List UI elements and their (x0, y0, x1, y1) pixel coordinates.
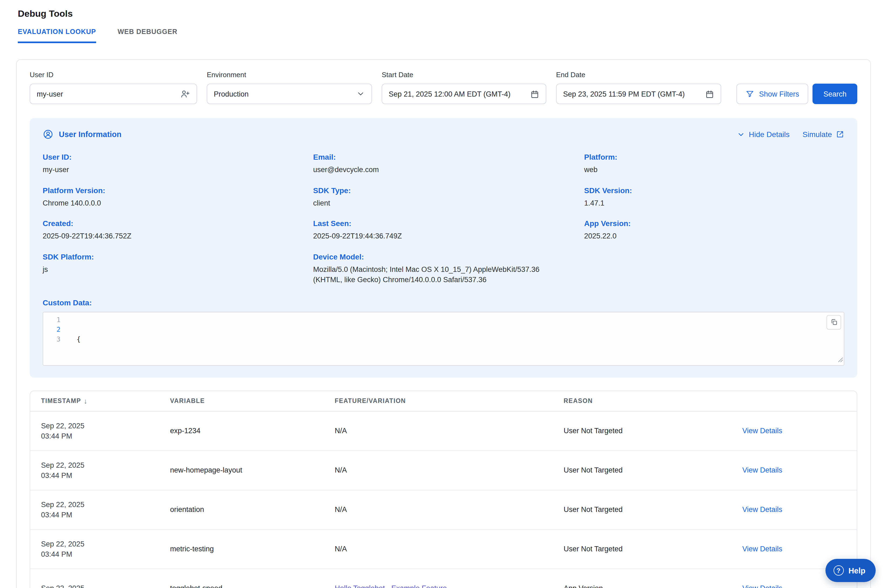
view-details-link[interactable]: View Details (742, 545, 782, 553)
line-number: 1 (43, 315, 60, 325)
code-line: { (77, 334, 155, 344)
user-info-field: Platform Version:Chrome 140.0.0.0 (43, 186, 313, 208)
variable-cell: orientation (159, 506, 324, 514)
user-info-field: Last Seen:2025-09-22T19:44:36.749Z (313, 219, 584, 242)
timestamp-cell: Sep 22, 2025 (30, 584, 159, 588)
table-row: Sep 22, 202503:44 PM exp-1234 N/A User N… (30, 412, 857, 451)
environment-select[interactable]: Production (207, 84, 372, 104)
code-lines: { "employee": true } (66, 312, 155, 365)
end-date-input[interactable]: Sep 23, 2025 11:59 PM EDT (GMT-4) (556, 84, 721, 104)
table-row: Sep 22, 202503:44 PM new-homepage-layout… (30, 451, 857, 490)
external-link-icon (836, 130, 844, 139)
end-date-field-group: End Date Sep 23, 2025 11:59 PM EDT (GMT-… (556, 70, 721, 104)
reason-cell: User Not Targeted (553, 545, 732, 553)
reason-cell: User Not Targeted (553, 506, 732, 514)
help-label: Help (848, 566, 865, 575)
code-line: "employee": true (77, 364, 155, 366)
help-question-icon: ? (833, 566, 843, 576)
feature-cell: N/A (324, 545, 553, 553)
feature-cell: N/A (324, 506, 553, 514)
evaluations-table: TIMESTAMP↓ VARIABLE FEATURE/VARIATION RE… (30, 390, 857, 588)
user-id-field-group: User ID (30, 70, 197, 104)
user-id-input[interactable] (37, 90, 176, 98)
calendar-icon[interactable] (530, 89, 539, 99)
environment-label: Environment (207, 70, 372, 79)
custom-data-editor[interactable]: 1 2 3 { "employee": true } (43, 312, 844, 366)
user-info-field: Platform:web (584, 153, 844, 175)
search-button[interactable]: Search (812, 84, 857, 104)
variable-cell: togglebot-speed (159, 585, 324, 588)
line-number: 3 (43, 334, 60, 344)
user-info-field: SDK Version:1.47.1 (584, 186, 844, 208)
custom-data-label: Custom Data: (43, 298, 844, 307)
user-info-field: App Version:2025.22.0 (584, 219, 844, 242)
feature-cell: N/A (324, 466, 553, 474)
simulate-link[interactable]: Simulate (803, 130, 844, 139)
reason-cell: User Not Targeted (553, 466, 732, 474)
user-id-input-wrap (30, 84, 197, 104)
feature-link[interactable]: Hello Togglebot - Example Feature (335, 585, 447, 588)
copy-button[interactable] (827, 315, 841, 330)
show-filters-button[interactable]: Show Filters (737, 84, 809, 104)
sort-desc-icon[interactable]: ↓ (84, 397, 88, 405)
start-date-field-group: Start Date Sep 21, 2025 12:00 AM EDT (GM… (382, 70, 546, 104)
table-header-row: TIMESTAMP↓ VARIABLE FEATURE/VARIATION RE… (30, 391, 857, 412)
line-number: 2 (43, 325, 60, 334)
help-button[interactable]: ? Help (825, 559, 876, 582)
user-info-field: User ID:my-user (43, 153, 313, 175)
table-row: Sep 22, 202503:44 PM metric-testing N/A … (30, 530, 857, 569)
environment-field-group: Environment Production (207, 70, 372, 104)
user-information-panel: User Information Hide Details Simulate (30, 118, 857, 378)
user-info-field: Email:user@devcycle.com (313, 153, 584, 175)
environment-value: Production (214, 90, 249, 98)
copy-icon (830, 318, 837, 326)
timestamp-cell: Sep 22, 202503:44 PM (30, 421, 159, 441)
user-info-field: SDK Platform:js (43, 252, 313, 285)
view-details-link[interactable]: View Details (742, 466, 782, 474)
column-header-reason: REASON (553, 398, 732, 404)
start-date-value: Sep 21, 2025 12:00 AM EDT (GMT-4) (389, 90, 510, 98)
end-date-label: End Date (556, 70, 721, 79)
show-filters-label: Show Filters (759, 90, 799, 98)
reason-cell: User Not Targeted (553, 427, 732, 435)
resize-handle[interactable] (838, 355, 843, 364)
tab-evaluation-lookup[interactable]: EVALUATION LOOKUP (18, 28, 96, 43)
feature-cell: N/A (324, 427, 553, 435)
hide-details-toggle[interactable]: Hide Details (737, 130, 789, 139)
view-details-link[interactable]: View Details (742, 427, 782, 435)
user-id-label: User ID (30, 70, 197, 79)
table-row: Sep 22, 2025 togglebot-speed Hello Toggl… (30, 569, 857, 588)
hide-details-label: Hide Details (749, 130, 789, 139)
reason-cell: App Version (553, 585, 732, 588)
user-info-fields: User ID:my-user Email:user@devcycle.com … (43, 153, 844, 285)
user-information-title: User Information (59, 130, 122, 139)
page-title: Debug Tools (18, 9, 869, 20)
timestamp-cell: Sep 22, 202503:44 PM (30, 539, 159, 560)
debug-tools-page: Debug Tools EVALUATION LOOKUP WEB DEBUGG… (0, 0, 887, 588)
person-add-icon[interactable] (180, 89, 190, 99)
user-circle-icon (43, 129, 53, 140)
tab-bar: EVALUATION LOOKUP WEB DEBUGGER (18, 28, 869, 43)
view-details-link[interactable]: View Details (742, 506, 782, 514)
panel-actions: Hide Details Simulate (737, 130, 844, 139)
end-date-value: Sep 23, 2025 11:59 PM EDT (GMT-4) (563, 90, 685, 98)
filter-row: User ID Environment Production (30, 70, 857, 104)
user-information-header: User Information Hide Details Simulate (43, 129, 844, 140)
variable-cell: exp-1234 (159, 427, 324, 435)
calendar-icon[interactable] (705, 89, 714, 99)
column-header-timestamp[interactable]: TIMESTAMP↓ (30, 397, 159, 405)
variable-cell: new-homepage-layout (159, 466, 324, 474)
chevron-down-icon (737, 130, 745, 138)
column-header-feature-variation: FEATURE/VARIATION (324, 398, 553, 404)
timestamp-cell: Sep 22, 202503:44 PM (30, 460, 159, 481)
column-header-variable: VARIABLE (159, 398, 324, 404)
page-header: Debug Tools EVALUATION LOOKUP WEB DEBUGG… (0, 0, 887, 43)
filter-buttons: Show Filters Search (737, 84, 857, 104)
start-date-label: Start Date (382, 70, 546, 79)
view-details-link[interactable]: View Details (742, 585, 782, 588)
simulate-label: Simulate (803, 130, 832, 139)
tab-web-debugger[interactable]: WEB DEBUGGER (118, 28, 177, 43)
user-info-field: SDK Type:client (313, 186, 584, 208)
table-row: Sep 22, 202503:44 PM orientation N/A Use… (30, 490, 857, 530)
start-date-input[interactable]: Sep 21, 2025 12:00 AM EDT (GMT-4) (382, 84, 546, 104)
